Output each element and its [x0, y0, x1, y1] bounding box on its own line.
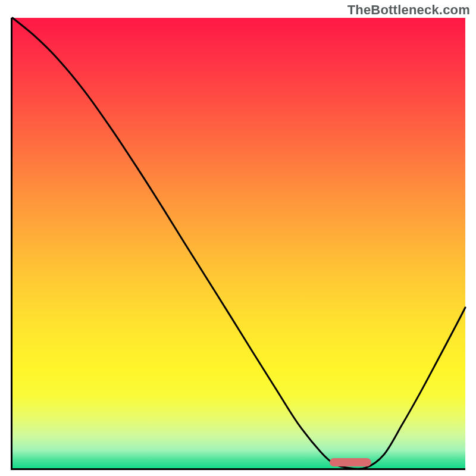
chart-container: TheBottleneck.com	[0, 0, 476, 476]
plot-area	[11, 18, 465, 470]
watermark-label: TheBottleneck.com	[347, 2, 470, 18]
bottleneck-curve	[12, 18, 465, 468]
minimum-marker	[330, 458, 371, 466]
